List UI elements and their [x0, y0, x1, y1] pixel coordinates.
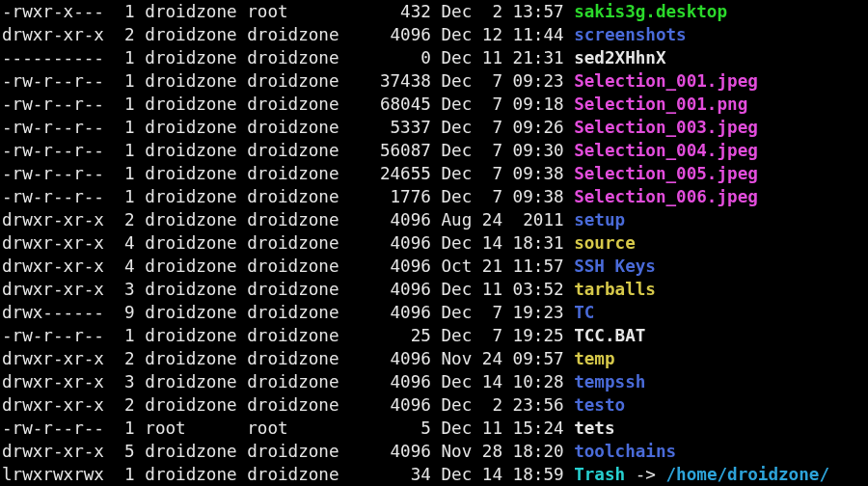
ls-filename: Selection_001.png: [574, 94, 747, 114]
ls-row: drwx------ 9 droidzone droidzone 4096 De…: [2, 301, 866, 324]
ls-row-meta: drwxr-xr-x 2 droidzone droidzone 4096 No…: [2, 349, 574, 368]
ls-row-meta: drwxr-xr-x 3 droidzone droidzone 4096 De…: [2, 280, 574, 299]
ls-row: -rw-r--r-- 1 droidzone droidzone 24655 D…: [2, 162, 866, 185]
ls-row: -rw-r--r-- 1 droidzone droidzone 5337 De…: [2, 116, 866, 139]
ls-row-meta: -rw-r--r-- 1 droidzone droidzone 1776 De…: [2, 187, 574, 206]
ls-filename: sed2XHhnX: [574, 48, 665, 68]
ls-filename: SSH Keys: [574, 256, 656, 276]
ls-row: -rw-r--r-- 1 root root 5 Dec 11 15:24 te…: [2, 417, 866, 440]
ls-filename: setup: [574, 210, 625, 230]
ls-row: drwxr-xr-x 4 droidzone droidzone 4096 De…: [2, 231, 866, 255]
ls-filename: temp: [574, 349, 614, 368]
ls-filename: tempssh: [574, 372, 645, 392]
ls-row-meta: drwxr-xr-x 2 droidzone droidzone 4096 De…: [2, 25, 574, 44]
ls-filename: toolchains: [574, 442, 676, 461]
ls-row-meta: -rw-r--r-- 1 droidzone droidzone 68045 D…: [2, 94, 574, 114]
ls-row-meta: -rw-r--r-- 1 droidzone droidzone 25 Dec …: [2, 326, 574, 345]
ls-filename: TC: [574, 303, 594, 322]
ls-row: drwxr-xr-x 3 droidzone droidzone 4096 De…: [2, 370, 866, 393]
symlink-target: /home/droidzone/: [666, 465, 829, 484]
terminal-output: -rwxr-x--- 1 droidzone root 432 Dec 2 13…: [0, 0, 868, 486]
ls-row-meta: -rw-r--r-- 1 root root 5 Dec 11 15:24: [2, 418, 574, 438]
ls-filename: source: [574, 233, 636, 253]
ls-row: drwxr-xr-x 3 droidzone droidzone 4096 De…: [2, 278, 866, 301]
ls-row: -rw-r--r-- 1 droidzone droidzone 1776 De…: [2, 185, 866, 208]
ls-row: -rw-r--r-- 1 droidzone droidzone 37438 D…: [2, 69, 866, 93]
ls-row: drwxr-xr-x 2 droidzone droidzone 4096 De…: [2, 23, 866, 46]
ls-row: drwxr-xr-x 2 droidzone droidzone 4096 De…: [2, 393, 866, 417]
ls-row-meta: drwx------ 9 droidzone droidzone 4096 De…: [2, 303, 574, 322]
ls-row: -rwxr-x--- 1 droidzone root 432 Dec 2 13…: [2, 0, 866, 23]
ls-row-meta: drwxr-xr-x 2 droidzone droidzone 4096 De…: [2, 395, 574, 415]
ls-row-meta: drwxr-xr-x 3 droidzone droidzone 4096 De…: [2, 372, 574, 392]
ls-row-meta: lrwxrwxrwx 1 droidzone droidzone 34 Dec …: [2, 465, 574, 484]
ls-row-meta: -rw-r--r-- 1 droidzone droidzone 5337 De…: [2, 118, 574, 137]
ls-filename: tarballs: [574, 280, 656, 299]
ls-row: -rw-r--r-- 1 droidzone droidzone 68045 D…: [2, 93, 866, 116]
ls-row-meta: -rw-r--r-- 1 droidzone droidzone 56087 D…: [2, 141, 574, 160]
ls-filename: sakis3g.desktop: [574, 2, 727, 21]
ls-row: lrwxrwxrwx 1 droidzone droidzone 34 Dec …: [2, 463, 866, 486]
ls-row: drwxr-xr-x 5 droidzone droidzone 4096 No…: [2, 440, 866, 463]
ls-row-meta: -rw-r--r-- 1 droidzone droidzone 24655 D…: [2, 164, 574, 183]
ls-row: -rw-r--r-- 1 droidzone droidzone 25 Dec …: [2, 324, 866, 347]
ls-row-meta: drwxr-xr-x 5 droidzone droidzone 4096 No…: [2, 442, 574, 461]
ls-row: drwxr-xr-x 2 droidzone droidzone 4096 Au…: [2, 208, 866, 231]
ls-row-meta: drwxr-xr-x 4 droidzone droidzone 4096 Oc…: [2, 256, 574, 276]
ls-row: ---------- 1 droidzone droidzone 0 Dec 1…: [2, 46, 866, 69]
ls-filename: Trash: [574, 465, 625, 484]
ls-filename: tets: [574, 418, 614, 438]
ls-row-meta: drwxr-xr-x 4 droidzone droidzone 4096 De…: [2, 233, 574, 253]
ls-filename: Selection_003.jpeg: [574, 118, 758, 137]
ls-row-meta: -rw-r--r-- 1 droidzone droidzone 37438 D…: [2, 71, 574, 91]
ls-filename: Selection_004.jpeg: [574, 141, 758, 160]
ls-row: -rw-r--r-- 1 droidzone droidzone 56087 D…: [2, 139, 866, 162]
ls-row-meta: ---------- 1 droidzone droidzone 0 Dec 1…: [2, 48, 574, 68]
ls-row: drwxr-xr-x 2 droidzone droidzone 4096 No…: [2, 347, 866, 370]
ls-filename: TCC.BAT: [574, 326, 645, 345]
ls-filename: Selection_006.jpeg: [574, 187, 758, 206]
ls-row-meta: drwxr-xr-x 2 droidzone droidzone 4096 Au…: [2, 210, 574, 230]
symlink-arrow: ->: [625, 465, 665, 484]
ls-filename: Selection_001.jpeg: [574, 71, 758, 91]
ls-row: drwxr-xr-x 4 droidzone droidzone 4096 Oc…: [2, 255, 866, 278]
ls-filename: screenshots: [574, 25, 687, 44]
ls-filename: testo: [574, 395, 625, 415]
ls-filename: Selection_005.jpeg: [574, 164, 758, 183]
ls-row-meta: -rwxr-x--- 1 droidzone root 432 Dec 2 13…: [2, 2, 574, 21]
